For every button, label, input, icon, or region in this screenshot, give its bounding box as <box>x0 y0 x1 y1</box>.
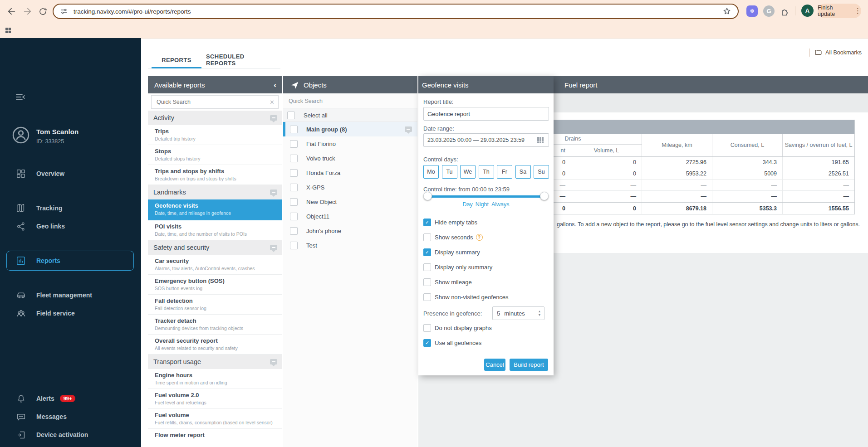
sidebar-item-devices-and-settings[interactable]: Devices and settings <box>0 444 141 447</box>
report-item-car-security[interactable]: Car securityAlarms, tow alerts, AutoCont… <box>148 255 282 275</box>
apps-grid-icon[interactable] <box>5 27 12 34</box>
object-checkbox[interactable] <box>290 169 298 177</box>
report-category-activity[interactable]: Activity <box>148 111 282 125</box>
report-item-overall-security-report[interactable]: Overall security reportAll events relate… <box>148 335 282 355</box>
group-checkbox[interactable] <box>290 126 298 133</box>
report-item-fall-detection[interactable]: Fall detectionFall detection sensor log <box>148 295 282 315</box>
option-display-summary[interactable]: ✓Display summary <box>423 245 549 260</box>
sidebar-item-device-activation[interactable]: Device activation <box>0 426 141 444</box>
url-bar[interactable]: tracking.navixy.com/#/pro-ui/reports/rep… <box>53 4 739 19</box>
object-row-fiat-fiorino[interactable]: Fiat Fiorino <box>283 136 417 151</box>
report-category-safety-and-security[interactable]: Safety and security <box>148 240 282 255</box>
reload-icon[interactable] <box>36 5 49 18</box>
object-checkbox[interactable] <box>290 227 298 235</box>
extensions-puzzle-icon[interactable] <box>779 5 791 18</box>
option-checkbox[interactable] <box>423 324 431 332</box>
option-do-not-display-graphs[interactable]: Do not display graphs <box>423 321 549 335</box>
day-button-we[interactable]: We <box>460 165 476 179</box>
report-item-engine-hours[interactable]: Engine hoursTime spent in motion and on … <box>148 369 282 389</box>
option-display-only-summary[interactable]: Display only summary <box>423 260 549 275</box>
report-category-landmarks[interactable]: Landmarks <box>148 185 282 199</box>
sidebar-item-tracking[interactable]: Tracking <box>0 199 141 217</box>
collapse-panel-icon[interactable]: ‹ <box>274 81 276 89</box>
report-item-poi-visits[interactable]: POI visitsDate, time, and the number of … <box>148 220 282 240</box>
report-category-transport-usage[interactable]: Transport usage <box>148 355 282 369</box>
sidebar-item-field-service[interactable]: Field service <box>0 304 141 322</box>
report-item-tracker-detach[interactable]: Tracker detachDemounting devices from tr… <box>148 315 282 335</box>
time-link-always[interactable]: Always <box>491 201 510 208</box>
objects-search-input[interactable]: Quick Search <box>283 93 417 109</box>
time-link-day[interactable]: Day <box>462 201 472 208</box>
option-show-seconds[interactable]: Show seconds? <box>423 230 549 245</box>
clear-search-icon[interactable]: ✕ <box>270 99 275 106</box>
day-button-sa[interactable]: Sa <box>515 165 531 179</box>
slider-handle-start[interactable] <box>423 192 432 200</box>
bookmark-star-icon[interactable] <box>722 7 731 16</box>
option-checkbox[interactable]: ✓ <box>423 248 431 256</box>
day-button-tu[interactable]: Tu <box>442 165 457 179</box>
object-row-x-gps[interactable]: X-GPS <box>283 180 417 194</box>
report-item-flow-meter-report[interactable]: Flow meter report <box>148 429 282 447</box>
object-row-john-s-phone[interactable]: John's phone <box>283 224 417 238</box>
object-row-new-object[interactable]: New Object <box>283 194 417 209</box>
tab-scheduled-reports[interactable]: SCHEDULED REPORTS <box>206 51 274 68</box>
back-icon[interactable] <box>5 5 18 18</box>
finish-update-button[interactable]: Finish update ⋮ <box>818 4 861 18</box>
presence-stepper[interactable]: 5 minutes ▲▼ <box>492 306 544 320</box>
profile-avatar[interactable]: A <box>801 5 814 17</box>
sidebar-item-overview[interactable]: Overview <box>0 165 141 183</box>
day-button-th[interactable]: Th <box>479 165 494 179</box>
report-item-fuel-volume-2-0[interactable]: Fuel volume 2.0Fuel level and refuelings <box>148 389 282 409</box>
grammarly-extension-icon[interactable]: G <box>763 5 775 17</box>
sidebar-item-fleet-management[interactable]: Fleet management <box>0 286 141 304</box>
option-checkbox[interactable]: ✓ <box>423 339 431 347</box>
report-item-emergency-button-sos[interactable]: Emergency button (SOS)SOS button events … <box>148 275 282 295</box>
object-row-volvo-truck[interactable]: Volvo truck <box>283 151 417 165</box>
report-title-input[interactable] <box>423 107 549 121</box>
report-item-stops[interactable]: StopsDetailed stops history <box>148 145 282 165</box>
all-bookmarks-button[interactable]: All Bookmarks <box>814 49 862 56</box>
option-checkbox[interactable] <box>423 233 431 241</box>
object-checkbox[interactable] <box>290 242 298 249</box>
date-range-input[interactable] <box>423 133 549 147</box>
group-marker-icon[interactable] <box>405 126 412 132</box>
collapse-menu-icon[interactable] <box>15 92 26 102</box>
user-avatar-icon[interactable] <box>11 125 31 145</box>
sidebar-item-reports[interactable]: Reports <box>0 251 141 271</box>
report-item-geofence-visits[interactable]: Geofence visitsDate, time, and mileage i… <box>148 199 282 220</box>
day-button-su[interactable]: Su <box>534 165 549 179</box>
help-icon[interactable]: ? <box>476 234 483 241</box>
object-checkbox[interactable] <box>290 140 298 148</box>
option-use-all-geofences[interactable]: ✓Use all geofences <box>423 335 549 350</box>
option-show-non-visited-geofences[interactable]: Show non-visited geofences <box>423 290 549 305</box>
object-checkbox[interactable] <box>290 184 298 191</box>
select-all-row[interactable]: Select all <box>283 109 417 122</box>
cancel-button[interactable]: Cancel <box>484 359 505 371</box>
sidebar-item-messages[interactable]: Messages <box>0 408 141 426</box>
object-checkbox[interactable] <box>290 198 298 206</box>
report-item-fuel-volume[interactable]: Fuel volumeFuel refills, drains, consump… <box>148 409 282 429</box>
time-link-night[interactable]: Night <box>476 201 489 208</box>
extension-icon[interactable]: ❄ <box>746 5 758 17</box>
option-checkbox[interactable]: ✓ <box>423 219 431 226</box>
date-picker-icon[interactable] <box>537 137 544 143</box>
option-checkbox[interactable] <box>423 278 431 286</box>
option-hide-empty-tabs[interactable]: ✓Hide empty tabs <box>423 215 549 230</box>
object-row-object11[interactable]: Object11 <box>283 209 417 224</box>
object-checkbox[interactable] <box>290 155 298 162</box>
day-button-mo[interactable]: Mo <box>423 165 439 179</box>
kebab-menu-icon[interactable]: ⋮ <box>854 7 861 15</box>
object-group-row[interactable]: Main group (8) <box>283 122 417 136</box>
url-text[interactable]: tracking.navixy.com/#/pro-ui/reports/rep… <box>74 8 191 15</box>
object-checkbox[interactable] <box>290 213 298 220</box>
forward-icon[interactable] <box>21 5 34 18</box>
report-item-trips[interactable]: TripsDetailed trip history <box>148 125 282 145</box>
sidebar-item-geo-links[interactable]: Geo links <box>0 217 141 235</box>
option-show-mileage[interactable]: Show mileage <box>423 275 549 290</box>
option-checkbox[interactable] <box>423 263 431 271</box>
sidebar-item-alerts[interactable]: Alerts99+ <box>0 389 141 408</box>
site-settings-icon[interactable] <box>60 7 68 15</box>
select-all-checkbox[interactable] <box>287 112 295 119</box>
slider-handle-end[interactable] <box>540 192 549 200</box>
option-checkbox[interactable] <box>423 293 431 301</box>
